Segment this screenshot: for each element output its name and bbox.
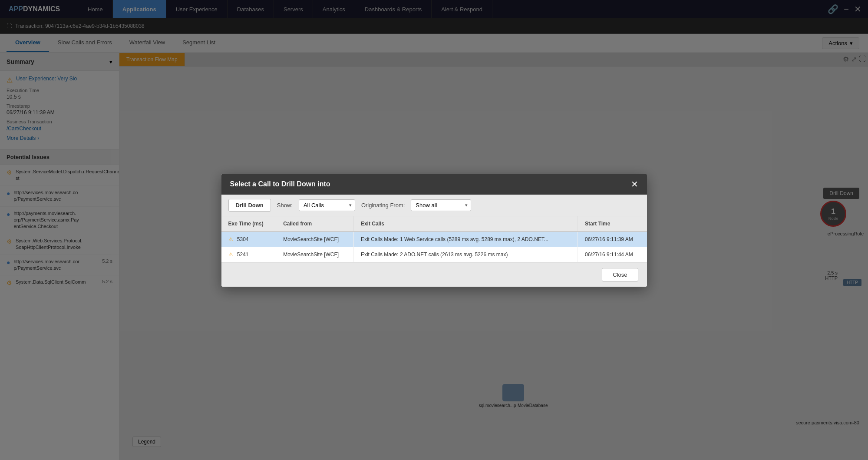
table-row[interactable]: ⚠ 5241 MovieSearchSite [WCF] Exit Calls … <box>221 247 647 262</box>
row-warning-icon-0: ⚠ <box>228 236 233 242</box>
show-select-wrapper: All Calls Slow Calls Error Calls ▾ <box>299 199 355 211</box>
col-exe-time: Exe Time (ms) <box>221 216 276 232</box>
col-start-time: Start Time <box>578 216 647 232</box>
modal-close-button[interactable]: ✕ <box>631 180 638 189</box>
cell-exit-calls-0: Exit Calls Made: 1 Web Service calls (52… <box>353 232 578 247</box>
modal-drill-down-button[interactable]: Drill Down <box>228 199 271 212</box>
cell-exe-time-0: ⚠ 5304 <box>221 232 276 247</box>
originating-from-label: Originating From: <box>361 202 405 208</box>
modal-title: Select a Call to Drill Down into <box>230 180 330 188</box>
originating-select[interactable]: Show all MovieSearchSite <box>411 199 471 211</box>
table-header-row: Exe Time (ms) Called from Exit Calls Sta… <box>221 216 647 232</box>
cell-exit-calls-1: Exit Calls Made: 2 ADO.NET calls (2613 m… <box>353 247 578 262</box>
cell-start-time-0: 06/27/16 9:11:39 AM <box>578 232 647 247</box>
cell-called-from-0: MovieSearchSite [WCF] <box>276 232 354 247</box>
table-row[interactable]: ⚠ 5304 MovieSearchSite [WCF] Exit Calls … <box>221 232 647 247</box>
exe-time-value-0: 5304 <box>237 236 249 242</box>
row-warning-icon-1: ⚠ <box>228 252 233 258</box>
modal-dialog: Select a Call to Drill Down into ✕ Drill… <box>221 174 647 287</box>
cell-called-from-1: MovieSearchSite [WCF] <box>276 247 354 262</box>
modal-body: Exe Time (ms) Called from Exit Calls Sta… <box>221 216 647 262</box>
cell-exe-time-1: ⚠ 5241 <box>221 247 276 262</box>
col-called-from: Called from <box>276 216 354 232</box>
modal-footer: Close <box>221 262 647 287</box>
modal-close-footer-button[interactable]: Close <box>602 268 638 281</box>
exe-time-value-1: 5241 <box>237 252 249 258</box>
originating-select-wrapper: Show all MovieSearchSite ▾ <box>411 199 471 211</box>
modal-toolbar: Drill Down Show: All Calls Slow Calls Er… <box>221 195 647 216</box>
modal-header: Select a Call to Drill Down into ✕ <box>221 174 647 195</box>
cell-start-time-1: 06/27/16 9:11:44 AM <box>578 247 647 262</box>
col-exit-calls: Exit Calls <box>353 216 578 232</box>
show-select[interactable]: All Calls Slow Calls Error Calls <box>299 199 355 211</box>
modal-overlay: Select a Call to Drill Down into ✕ Drill… <box>0 0 868 460</box>
calls-table: Exe Time (ms) Called from Exit Calls Sta… <box>221 216 647 262</box>
show-label: Show: <box>277 202 293 208</box>
